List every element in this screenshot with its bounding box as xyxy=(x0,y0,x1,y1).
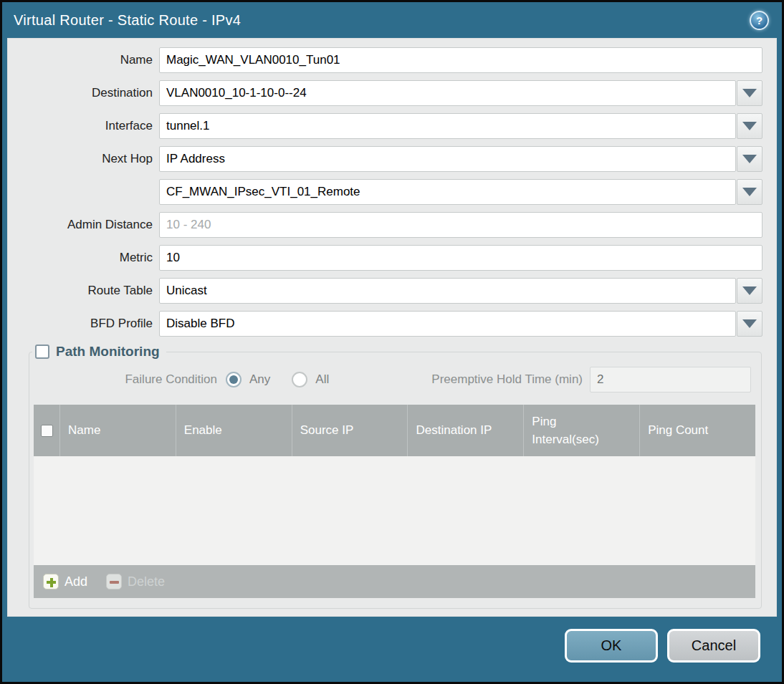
chevron-down-icon xyxy=(742,286,757,295)
route-table-label: Route Table xyxy=(14,284,153,298)
cancel-button[interactable]: Cancel xyxy=(667,629,760,663)
delete-button[interactable]: Delete xyxy=(106,574,165,589)
destination-dropdown-button[interactable] xyxy=(737,80,763,106)
form-row-next-hop-value xyxy=(14,179,763,205)
dialog-title: Virtual Router - Static Route - IPv4 xyxy=(14,12,241,29)
bfd-profile-label: BFD Profile xyxy=(14,317,153,331)
failure-condition-row: Failure Condition Any All Preemptive Hol… xyxy=(34,367,751,392)
column-header-name: Name xyxy=(60,405,176,456)
admin-distance-input[interactable] xyxy=(159,212,763,238)
next-hop-type-input[interactable] xyxy=(159,146,736,172)
failure-condition-all-label: All xyxy=(315,372,329,387)
path-monitoring-table: Name Enable Source IP Destination IP Pin… xyxy=(34,405,755,598)
preemptive-hold-time-label: Preemptive Hold Time (min) xyxy=(431,372,583,387)
path-monitoring-legend: Path Monitoring xyxy=(32,344,166,360)
add-button[interactable]: Add xyxy=(43,574,87,589)
destination-label: Destination xyxy=(14,86,153,100)
interface-input[interactable] xyxy=(159,113,736,139)
next-hop-label: Next Hop xyxy=(14,152,153,166)
delete-button-label: Delete xyxy=(128,574,165,589)
next-hop-type-dropdown-button[interactable] xyxy=(737,146,763,172)
route-table-dropdown-button[interactable] xyxy=(737,278,763,304)
failure-condition-all-radio[interactable] xyxy=(292,372,307,387)
form-row-next-hop-type: Next Hop xyxy=(14,146,763,172)
form-row-name: Name xyxy=(14,47,763,73)
select-all-checkbox[interactable] xyxy=(41,425,53,437)
interface-label: Interface xyxy=(14,119,153,133)
dialog-footer: OK Cancel xyxy=(2,617,782,682)
minus-icon xyxy=(106,574,122,589)
titlebar: Virtual Router - Static Route - IPv4 ? xyxy=(2,2,782,38)
column-header-source-ip: Source IP xyxy=(292,405,408,456)
next-hop-value-dropdown-button[interactable] xyxy=(737,179,763,205)
admin-distance-label: Admin Distance xyxy=(14,218,153,232)
table-body-empty xyxy=(34,456,755,565)
name-label: Name xyxy=(14,53,153,67)
form-panel: Name Destination Interface Next Hop xyxy=(7,38,777,617)
path-monitoring-checkbox[interactable] xyxy=(35,345,49,359)
route-table-input[interactable] xyxy=(159,278,736,304)
form-row-destination: Destination xyxy=(14,80,763,106)
static-route-dialog: Virtual Router - Static Route - IPv4 ? N… xyxy=(0,0,784,684)
column-header-ping-interval: Ping Interval(sec) xyxy=(524,405,640,456)
form-row-bfd-profile: BFD Profile xyxy=(14,311,763,337)
preemptive-hold-time-input[interactable] xyxy=(590,367,751,392)
path-monitoring-title: Path Monitoring xyxy=(56,344,160,360)
plus-icon xyxy=(43,574,59,589)
form-row-route-table: Route Table xyxy=(14,278,763,304)
form-row-metric: Metric xyxy=(14,245,763,271)
bfd-profile-input[interactable] xyxy=(159,311,736,337)
chevron-down-icon xyxy=(742,89,757,97)
destination-input[interactable] xyxy=(159,80,736,106)
interface-dropdown-button[interactable] xyxy=(737,113,763,139)
column-header-enable: Enable xyxy=(176,405,292,456)
column-header-destination-ip: Destination IP xyxy=(408,405,524,456)
table-header-row: Name Enable Source IP Destination IP Pin… xyxy=(34,405,755,456)
column-header-ping-count: Ping Count xyxy=(640,405,755,456)
chevron-down-icon xyxy=(742,188,757,196)
bfd-profile-dropdown-button[interactable] xyxy=(737,311,763,337)
form-row-admin-distance: Admin Distance xyxy=(14,212,763,238)
failure-condition-any-radio[interactable] xyxy=(226,372,242,387)
failure-condition-any-label: Any xyxy=(249,372,270,387)
chevron-down-icon xyxy=(742,319,757,328)
help-icon[interactable]: ? xyxy=(750,11,769,30)
chevron-down-icon xyxy=(742,122,757,130)
path-monitoring-fieldset: Path Monitoring Failure Condition Any Al… xyxy=(29,344,762,609)
metric-input[interactable] xyxy=(159,245,763,271)
add-button-label: Add xyxy=(64,574,87,589)
failure-condition-label: Failure Condition xyxy=(34,372,217,387)
form-row-interface: Interface xyxy=(14,113,763,139)
metric-label: Metric xyxy=(14,251,153,265)
chevron-down-icon xyxy=(742,155,757,163)
select-all-cell xyxy=(34,405,60,456)
table-toolbar: Add Delete xyxy=(34,565,755,598)
ok-button[interactable]: OK xyxy=(565,629,658,663)
name-input[interactable] xyxy=(159,47,763,73)
next-hop-value-input[interactable] xyxy=(159,179,736,205)
